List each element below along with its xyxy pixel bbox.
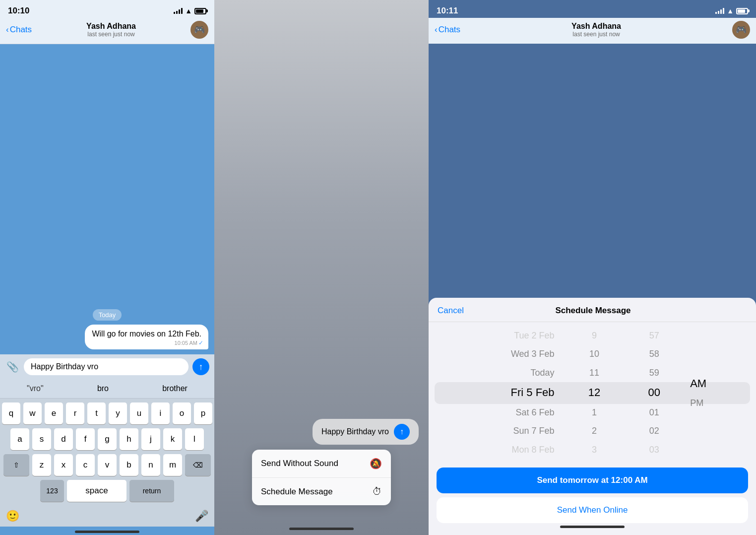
chats-back-label-1: Chats <box>10 25 32 35</box>
autocorrect-bar-1: "vro" bro brother <box>0 379 214 399</box>
key-t[interactable]: t <box>87 402 106 424</box>
key-d[interactable]: d <box>54 428 73 450</box>
picker-hour-2: 11 <box>587 364 601 382</box>
send-online-button[interactable]: Send When Online <box>437 497 748 523</box>
schedule-title: Schedule Message <box>555 306 630 316</box>
screen2: Happy Birthday vro ↑ Send Without Sound … <box>214 0 429 535</box>
key-f[interactable]: f <box>76 428 95 450</box>
avatar-3[interactable]: 🎮 <box>732 21 750 39</box>
context-item-schedule-message[interactable]: Schedule Message ⏱ <box>252 478 391 505</box>
bar4 <box>181 8 183 14</box>
key-q[interactable]: q <box>2 402 20 424</box>
schedule-header: Cancel Schedule Message <box>429 298 756 322</box>
contact-name-1: Yash Adhana <box>86 22 136 31</box>
message-bubble-2: Happy Birthday vro ↑ <box>313 419 419 445</box>
picker-date-5: Sun 7 Feb <box>511 422 557 440</box>
key-n[interactable]: n <box>141 454 160 476</box>
keyboard-row4: 123 space return <box>2 480 212 502</box>
key-b[interactable]: b <box>120 454 138 476</box>
status-bar-3: 10:11 ▲ <box>429 0 756 18</box>
back-button-3[interactable]: ‹ Chats <box>435 25 460 35</box>
context-label-1: Send Without Sound <box>261 459 338 468</box>
back-button-1[interactable]: ‹ Chats <box>6 25 32 35</box>
key-w[interactable]: w <box>23 402 42 424</box>
nav-bar-1: ‹ Chats Yash Adhana last seen just now 🎮 <box>0 18 214 44</box>
autocorrect-item-3[interactable]: brother <box>154 383 195 394</box>
key-u[interactable]: u <box>130 402 148 424</box>
key-s[interactable]: s <box>32 428 51 450</box>
signal-bars-3 <box>715 8 724 14</box>
key-x[interactable]: x <box>54 454 73 476</box>
key-h[interactable]: h <box>120 428 138 450</box>
s3-bar4 <box>723 8 724 14</box>
key-p[interactable]: p <box>194 402 212 424</box>
picker-date-3: Fri 5 Feb <box>509 383 557 403</box>
key-l[interactable]: l <box>185 428 204 450</box>
key-return[interactable]: return <box>129 480 174 502</box>
key-delete[interactable]: ⌫ <box>185 454 211 476</box>
date-time-picker[interactable]: Tue 2 Feb Wed 3 Feb Today Fri 5 Feb Sat … <box>429 322 756 464</box>
schedule-icon: ⏱ <box>372 486 382 497</box>
mic-icon[interactable]: 🎤 <box>195 510 208 523</box>
wifi-icon-1: ▲ <box>185 7 192 15</box>
key-c[interactable]: c <box>76 454 95 476</box>
key-g[interactable]: g <box>98 428 117 450</box>
screen3: 10:11 ▲ ‹ Chats Yash Adhana last seen ju… <box>429 0 756 535</box>
read-receipt-icon-1: ✓ <box>198 339 203 346</box>
key-m[interactable]: m <box>163 454 182 476</box>
context-item-send-without-sound[interactable]: Send Without Sound 🔕 <box>252 450 391 478</box>
send-tomorrow-button[interactable]: Send tomorrow at 12:00 AM <box>437 468 748 493</box>
picker-date-col: Tue 2 Feb Wed 3 Feb Today Fri 5 Feb Sat … <box>437 327 565 459</box>
key-y[interactable]: y <box>109 402 127 424</box>
contact-status-3: last seen just now <box>571 31 621 38</box>
input-bar-1: 📎 Happy Birthday vro ↑ <box>0 354 214 379</box>
send-button-1[interactable]: ↑ <box>192 358 209 375</box>
s3-bar3 <box>720 9 722 14</box>
screen1: 10:10 ▲ ‹ Chats Yash Adhana last seen ju… <box>0 0 214 535</box>
emoji-icon[interactable]: 🙂 <box>6 510 19 523</box>
key-r[interactable]: r <box>66 402 84 424</box>
key-o[interactable]: o <box>173 402 191 424</box>
picker-hour-3: 12 <box>586 383 602 403</box>
autocorrect-item-2[interactable]: bro <box>89 383 117 394</box>
screen2-content: Happy Birthday vro ↑ Send Without Sound … <box>214 419 429 535</box>
keyboard-1: q w e r t y u i o p a s d f g h j k l ⇧ … <box>0 399 214 508</box>
battery-icon-1 <box>194 8 206 14</box>
autocorrect-item-1[interactable]: "vro" <box>19 383 52 394</box>
message-bubble-1: Will go for movies on 12th Feb. 10:05 AM… <box>85 325 208 349</box>
key-shift[interactable]: ⇧ <box>3 454 29 476</box>
message-input-1[interactable]: Happy Birthday vro <box>24 358 189 375</box>
keyboard-row1: q w e r t y u i o p <box>2 402 212 424</box>
s3-bar2 <box>718 11 719 14</box>
nav-bar-3: ‹ Chats Yash Adhana last seen just now 🎮 <box>429 18 756 44</box>
avatar-1[interactable]: 🎮 <box>190 21 208 39</box>
send-button-2[interactable]: ↑ <box>394 424 410 440</box>
status-bar-1: 10:10 ▲ <box>0 0 214 18</box>
date-badge-1: Today <box>93 309 122 321</box>
key-numbers[interactable]: 123 <box>40 480 64 502</box>
key-a[interactable]: a <box>10 428 29 450</box>
message-meta-1: 10:05 AM ✓ <box>175 339 203 346</box>
picker-min-0: 57 <box>647 327 661 344</box>
key-space[interactable]: space <box>67 480 126 502</box>
keyboard-row2: a s d f g h j k l <box>2 428 212 450</box>
key-v[interactable]: v <box>98 454 117 476</box>
picker-pm: PM <box>688 395 705 412</box>
key-k[interactable]: k <box>163 428 182 450</box>
attach-button-1[interactable]: 📎 <box>5 359 20 374</box>
wifi-icon-3: ▲ <box>727 7 734 15</box>
key-j[interactable]: j <box>141 428 160 450</box>
cancel-button[interactable]: Cancel <box>438 306 464 316</box>
message-text-1: Will go for movies on 12th Feb. <box>92 330 201 338</box>
picker-ampm-col: AM PM <box>684 374 748 412</box>
status-icons-3: ▲ <box>715 7 748 15</box>
key-i[interactable]: i <box>151 402 170 424</box>
key-z[interactable]: z <box>32 454 51 476</box>
status-time-3: 10:11 <box>437 6 458 16</box>
picker-date-1: Wed 3 Feb <box>509 345 557 363</box>
picker-hour-4: 1 <box>590 404 599 421</box>
chats-back-label-3: Chats <box>439 25 460 35</box>
picker-date-0: Tue 2 Feb <box>512 327 556 344</box>
key-e[interactable]: e <box>45 402 63 424</box>
picker-hour-5: 2 <box>590 422 599 440</box>
